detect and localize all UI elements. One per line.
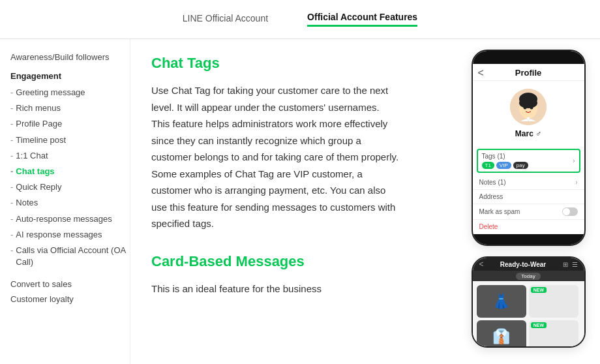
tags-content: Tags (1) T1 VIP pay (482, 153, 528, 169)
sidebar-item-convert-to-sales[interactable]: Convert to sales (10, 277, 130, 292)
new-badge-2: NEW (531, 322, 547, 328)
chevron-right-icon-2: › (575, 179, 577, 186)
dash-icon: - (10, 229, 13, 241)
clothes-icon-2: 👔 (492, 328, 510, 345)
dash-icon: - (10, 181, 13, 193)
card-based-messages-body: This is an ideal feature for the busines… (151, 281, 399, 297)
sidebar-item-chat-tags[interactable]: - Chat tags (10, 164, 130, 179)
phone-notch-bar (473, 51, 584, 64)
sidebar-category-engagement: Engagement (10, 71, 130, 81)
sidebar-item-notes[interactable]: - Notes (10, 195, 130, 211)
delete-label: Delete (479, 223, 498, 230)
sidebar-item-auto-response[interactable]: - Auto-response messages (10, 211, 130, 227)
phone-screen-title: Profile (515, 68, 541, 78)
address-row[interactable]: Address (473, 190, 584, 204)
svg-point-5 (530, 106, 533, 110)
dash-icon: - (10, 87, 13, 99)
sidebar-item-quick-reply[interactable]: - Quick Reply (10, 179, 130, 195)
phone2-icons: ⊞ ☰ (563, 261, 578, 268)
tags-label: Tags (1) (482, 153, 528, 160)
mark-as-spam-label: Mark as spam (479, 208, 520, 215)
mark-as-spam-row[interactable]: Mark as spam (473, 204, 584, 220)
card-based-messages-title: Card-Based Messages (151, 253, 436, 270)
phone-back-button[interactable]: < (478, 67, 484, 79)
sidebar-item-oa-call[interactable]: - Calls via Official Account (OA Call) (10, 243, 130, 270)
sidebar-item-1-1-chat[interactable]: - 1:1 Chat (10, 148, 130, 164)
notes-label: Notes (1) (479, 179, 506, 186)
tags-row[interactable]: Tags (1) T1 VIP pay › (477, 149, 580, 173)
phone2-content: 👗 NEW 👔 NEW (473, 281, 584, 348)
sidebar: Awareness/Build followers Engagement - G… (0, 39, 130, 364)
sidebar-item-timeline-post[interactable]: - Timeline post (10, 132, 130, 148)
grid-icon: ⊞ (563, 261, 568, 268)
phone-mockup-2: < Ready-to-Wear ⊞ ☰ Today 👗 NEW (472, 256, 586, 348)
sidebar-item-greeting-message[interactable]: - Greeting message (10, 85, 130, 100)
card-thumb-1: 👗 (477, 285, 526, 318)
dash-icon: - (10, 166, 13, 177)
clothes-icon: 👗 (492, 293, 510, 310)
dash-icon: - (10, 213, 13, 225)
phone2-title: Ready-to-Wear (500, 261, 546, 268)
chat-tags-body: Use Chat Tag for taking your customer ca… (151, 82, 399, 232)
tag-chip-3: pay (513, 162, 528, 169)
top-nav: LINE Official Account Official Account F… (0, 0, 600, 39)
avatar-image (510, 89, 547, 125)
dash-icon: - (10, 118, 13, 130)
phone-mockup-1: < Profile (472, 50, 586, 246)
dash-icon: - (10, 197, 13, 209)
phone-screen-header: < Profile (473, 64, 584, 81)
tag-chip-1: T1 (482, 162, 494, 169)
dash-icon: - (10, 134, 13, 146)
notes-row[interactable]: Notes (1) › (473, 175, 584, 190)
card-thumb-4: NEW (529, 320, 578, 348)
nav-line-official-account[interactable]: LINE Official Account (183, 13, 268, 26)
toggle-area (562, 207, 578, 216)
sidebar-item-profile-page[interactable]: - Profile Page (10, 116, 130, 132)
address-label: Address (479, 193, 503, 200)
new-badge: NEW (531, 287, 547, 293)
phone-profile-section: Marc ♂ (473, 81, 584, 149)
sidebar-item-customer-loyalty[interactable]: Customer loyalty (10, 292, 130, 307)
sidebar-item-rich-menus[interactable]: - Rich menus (10, 100, 130, 116)
profile-name: Marc ♂ (515, 129, 541, 138)
tag-chip-2: VIP (496, 162, 511, 169)
phone2-back-button[interactable]: < (479, 260, 484, 269)
tag-chips: T1 VIP pay (482, 162, 528, 169)
phone-notch (512, 54, 545, 61)
chat-tags-title: Chat Tags (151, 55, 436, 72)
sidebar-item-ai-response[interactable]: - AI response messages (10, 227, 130, 243)
phone2-bar: < Ready-to-Wear ⊞ ☰ (473, 258, 584, 271)
dash-icon: - (10, 102, 13, 114)
delete-row[interactable]: Delete (473, 220, 584, 234)
svg-point-4 (524, 106, 527, 110)
chevron-right-icon: › (573, 157, 575, 164)
right-panel: < Profile (457, 39, 600, 364)
main-content: Chat Tags Use Chat Tag for taking your c… (130, 39, 457, 364)
card-thumb-3: 👔 (477, 320, 526, 348)
today-badge: Today (516, 273, 540, 280)
dash-icon: - (10, 150, 13, 162)
dash-icon: - (10, 245, 13, 256)
phone-bottom-bar (473, 234, 584, 245)
phone2-sub-bar: Today (473, 271, 584, 281)
nav-official-account-features[interactable]: Official Account Features (307, 12, 417, 27)
sidebar-item-awareness[interactable]: Awareness/Build followers (10, 50, 130, 65)
avatar (510, 89, 547, 125)
svg-point-3 (519, 98, 537, 108)
menu-icon: ☰ (572, 261, 578, 268)
page-layout: Awareness/Build followers Engagement - G… (0, 39, 600, 364)
spam-toggle[interactable] (562, 207, 578, 216)
card-thumb-2: NEW (529, 285, 578, 318)
